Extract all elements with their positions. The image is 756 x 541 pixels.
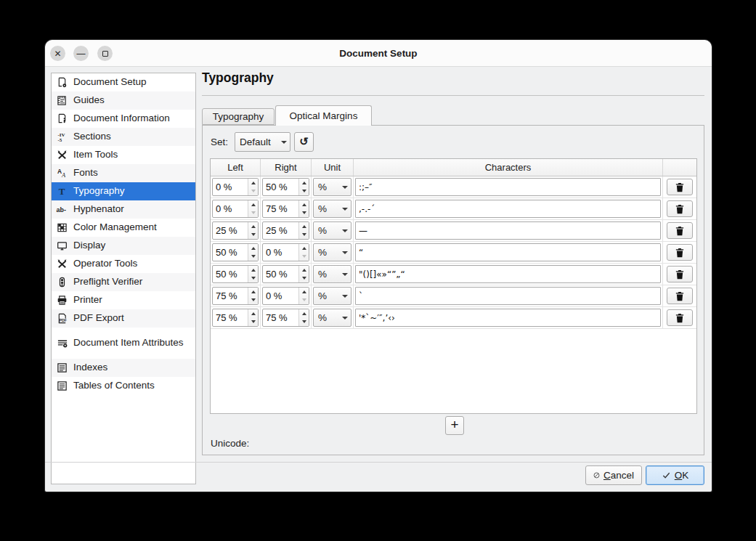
right-margin-spinbox[interactable] (262, 309, 309, 327)
spin-down-button[interactable] (299, 318, 309, 327)
spin-down-button[interactable] (299, 296, 309, 305)
left-margin-spinbox-value[interactable] (213, 309, 248, 326)
spin-down-button[interactable] (248, 231, 258, 240)
spin-down-button[interactable] (248, 274, 258, 283)
left-margin-spinbox[interactable] (212, 265, 259, 283)
characters-input[interactable] (355, 243, 661, 261)
characters-input[interactable] (355, 309, 661, 327)
delete-row-button[interactable] (667, 244, 693, 261)
characters-input[interactable] (355, 287, 661, 305)
right-margin-spinbox-value[interactable] (263, 222, 298, 239)
right-margin-spinbox-value[interactable] (263, 266, 298, 282)
right-margin-spinbox-value[interactable] (263, 244, 298, 261)
characters-input[interactable] (355, 265, 661, 283)
left-margin-spinbox-value[interactable] (213, 200, 248, 217)
spin-down-button[interactable] (248, 318, 258, 327)
cancel-button[interactable]: Cancel (585, 465, 642, 485)
left-margin-spinbox[interactable] (212, 287, 259, 305)
right-margin-spinbox[interactable] (262, 221, 309, 240)
right-margin-spinbox[interactable] (262, 243, 309, 261)
spin-up-button[interactable] (299, 244, 309, 253)
spin-up-button[interactable] (248, 179, 258, 187)
delete-row-button[interactable] (667, 309, 693, 326)
spin-up-button[interactable] (248, 200, 258, 209)
unit-combobox[interactable]: % (313, 243, 351, 261)
left-margin-spinbox-value[interactable] (213, 266, 248, 282)
spin-down-button[interactable] (299, 209, 309, 218)
characters-input[interactable] (355, 221, 661, 240)
spin-down-button[interactable] (248, 253, 258, 261)
delete-row-button[interactable] (667, 266, 693, 282)
sidebar-item-sections[interactable]: -IV-5Sections (52, 128, 195, 146)
right-margin-spinbox-value[interactable] (263, 309, 298, 326)
sidebar-item-color-management[interactable]: Color Management (52, 219, 195, 237)
left-margin-spinbox-value[interactable] (213, 179, 248, 195)
spin-up-button[interactable] (299, 288, 309, 296)
spin-down-button[interactable] (299, 187, 309, 196)
sidebar-item-fonts[interactable]: AAFonts (52, 164, 195, 182)
spin-down-button[interactable] (248, 296, 258, 305)
left-margin-spinbox[interactable] (212, 309, 259, 327)
characters-input[interactable] (355, 200, 661, 218)
sidebar-item-operator-tools[interactable]: Operator Tools (52, 255, 195, 273)
left-margin-spinbox-value[interactable] (213, 222, 248, 239)
sidebar-item-indexes[interactable]: Indexes (52, 359, 195, 377)
right-margin-spinbox-value[interactable] (263, 288, 298, 304)
unit-combobox[interactable]: % (313, 265, 351, 283)
sidebar-item-display[interactable]: Display (52, 237, 195, 255)
right-margin-spinbox-value[interactable] (263, 179, 298, 195)
tab-optical-margins[interactable]: Optical Margins (275, 105, 372, 126)
sidebar-item-preflight-verifier[interactable]: Preflight Verifier (52, 273, 195, 291)
right-margin-spinbox[interactable] (262, 178, 309, 196)
spin-up-button[interactable] (248, 266, 258, 274)
sidebar-item-tables-of-contents[interactable]: Tables of Contents (52, 377, 195, 395)
delete-row-button[interactable] (667, 200, 693, 217)
sidebar-item-item-tools[interactable]: Item Tools (52, 146, 195, 164)
spin-up-button[interactable] (299, 200, 309, 209)
spin-up-button[interactable] (248, 288, 258, 296)
sidebar-item-guides[interactable]: Guides (52, 91, 195, 110)
right-margin-spinbox[interactable] (262, 287, 309, 305)
spin-up-button[interactable] (299, 222, 309, 231)
spin-down-button[interactable] (248, 209, 258, 218)
left-margin-spinbox-value[interactable] (213, 244, 248, 261)
add-row-button[interactable]: + (445, 416, 464, 435)
left-margin-spinbox[interactable] (212, 200, 259, 218)
unit-combobox[interactable]: % (313, 309, 351, 327)
sidebar-item-hyphenator[interactable]: ab-Hyphenator (52, 200, 195, 219)
tab-typography[interactable]: Typography (202, 108, 275, 125)
right-margin-spinbox-value[interactable] (263, 200, 298, 217)
sidebar-item-typography[interactable]: TTypography (52, 182, 195, 200)
characters-input[interactable] (355, 178, 661, 196)
spin-down-button[interactable] (299, 253, 309, 261)
delete-row-button[interactable] (667, 222, 693, 239)
unit-combobox[interactable]: % (313, 178, 351, 196)
delete-row-button[interactable] (667, 179, 693, 195)
delete-row-button[interactable] (667, 288, 693, 304)
sidebar-item-document-item-attributes[interactable]: Document Item Attributes (52, 328, 195, 359)
unit-combobox[interactable]: % (313, 287, 351, 305)
left-margin-spinbox[interactable] (212, 178, 259, 196)
set-combobox[interactable]: Default (235, 132, 290, 152)
ok-button[interactable]: OK (646, 465, 704, 485)
right-margin-spinbox[interactable] (262, 265, 309, 283)
sidebar-item-document-information[interactable]: Document Information (52, 110, 195, 128)
left-margin-spinbox[interactable] (212, 243, 259, 261)
sidebar-item-printer[interactable]: Printer (52, 291, 195, 309)
reset-set-button[interactable]: ↺ (294, 132, 314, 152)
spin-up-button[interactable] (248, 222, 258, 231)
spin-up-button[interactable] (299, 179, 309, 187)
left-margin-spinbox[interactable] (212, 221, 259, 240)
spin-up-button[interactable] (248, 309, 258, 318)
spin-up-button[interactable] (299, 309, 309, 318)
right-margin-spinbox[interactable] (262, 200, 309, 218)
spin-up-button[interactable] (248, 244, 258, 253)
sidebar-item-pdf-export[interactable]: PDFPDF Export (52, 309, 195, 328)
unit-combobox[interactable]: % (313, 200, 351, 218)
spin-down-button[interactable] (299, 231, 309, 240)
sidebar-item-document-setup[interactable]: Document Setup (52, 73, 195, 91)
left-margin-spinbox-value[interactable] (213, 288, 248, 304)
spin-up-button[interactable] (299, 266, 309, 274)
spin-down-button[interactable] (299, 274, 309, 283)
unit-combobox[interactable]: % (313, 221, 351, 240)
